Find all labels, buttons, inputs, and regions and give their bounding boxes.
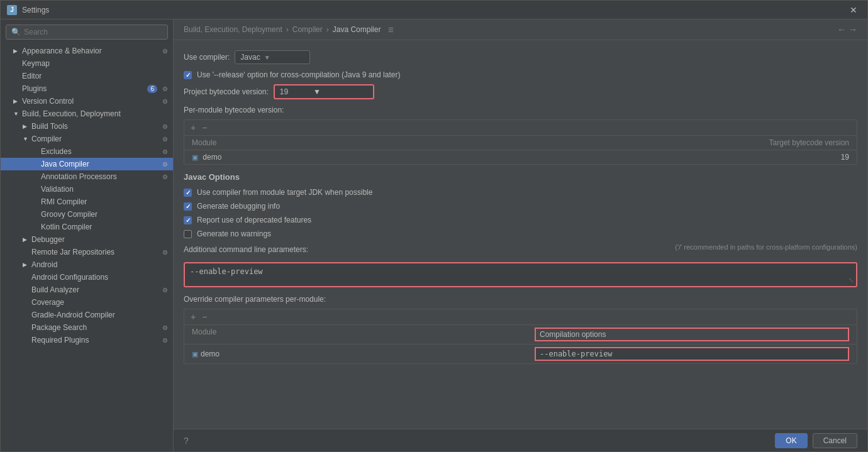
sidebar-item-appearance[interactable]: ▶ Appearance & Behavior ⚙	[1, 45, 173, 57]
sidebar-item-label: Gradle-Android Compiler	[31, 311, 115, 319]
table-toolbar: + −	[184, 120, 857, 136]
breadcrumb-sep2: ›	[326, 25, 329, 34]
settings-window: J Settings ✕ 🔍 ▶ Appearance & Behavior ⚙	[0, 0, 868, 452]
settings-icon: ⚙	[162, 85, 168, 92]
additional-params-input[interactable]: --enable-preview ⤡	[184, 262, 857, 287]
sidebar-item-build-execution[interactable]: ▼ Build, Execution, Deployment	[1, 107, 173, 120]
settings-icon: ⚙	[162, 161, 168, 168]
sidebar-item-label: Groovy Compiler	[41, 210, 97, 219]
sidebar-item-label: Version Control	[22, 97, 74, 106]
sidebar-item-excludes[interactable]: Excludes ⚙	[1, 145, 173, 158]
sidebar-item-version-control[interactable]: ▶ Version Control ⚙	[1, 95, 173, 107]
sidebar-item-label: Compiler	[31, 135, 62, 143]
settings-icon: ⚙	[162, 174, 168, 180]
close-button[interactable]: ✕	[846, 4, 861, 16]
search-input[interactable]	[24, 28, 162, 36]
breadcrumb: Build, Execution, Deployment › Compiler …	[174, 19, 867, 40]
arrow-icon: ▶	[13, 98, 19, 104]
override-row[interactable]: ▣ demo --enable-preview	[184, 345, 857, 363]
sidebar-item-label: Build, Execution, Deployment	[22, 109, 121, 118]
breadcrumb-part3: Java Compiler	[333, 25, 381, 34]
sidebar-item-groovy-compiler[interactable]: Groovy Compiler	[1, 208, 173, 221]
back-arrow-icon[interactable]: ←	[837, 25, 846, 35]
checkmark-icon: ✓	[186, 203, 191, 210]
remove-override-button[interactable]: −	[201, 312, 208, 322]
cross-platform-hint: ('/' recommended in paths for cross-plat…	[675, 243, 857, 251]
sidebar-item-label: Package Search	[31, 323, 87, 332]
main-panel: Build, Execution, Deployment › Compiler …	[174, 19, 867, 451]
settings-icon: ⚙	[162, 136, 168, 143]
settings-icon: ⚙	[162, 48, 168, 55]
sidebar-item-kotlin-compiler[interactable]: Kotlin Compiler	[1, 221, 173, 233]
javac-options-title: Javac Options	[184, 172, 857, 182]
sidebar-item-remote-jar[interactable]: Remote Jar Repositories ⚙	[1, 246, 173, 258]
sidebar-item-label: Annotation Processors	[41, 172, 117, 181]
sidebar-item-android-configurations[interactable]: Android Configurations	[1, 271, 173, 284]
deprecated-row: ✓ Report use of deprecated features	[184, 216, 857, 224]
remove-module-button[interactable]: −	[201, 123, 208, 133]
add-override-button[interactable]: +	[189, 312, 197, 322]
additional-params-label: Additional command line parameters:	[184, 245, 308, 254]
sidebar-item-build-analyzer[interactable]: Build Analyzer ⚙	[1, 284, 173, 296]
sidebar-item-label: Validation	[41, 185, 74, 194]
sidebar-item-label: Keymap	[22, 59, 50, 68]
override-label: Override compiler parameters per-module:	[184, 295, 857, 304]
sidebar: 🔍 ▶ Appearance & Behavior ⚙ Keymap	[1, 19, 174, 451]
compiler-value: Javac	[240, 53, 260, 62]
window-title: Settings	[22, 6, 846, 14]
settings-icon: ⚙	[162, 148, 168, 155]
use-module-jdk-checkbox[interactable]: ✓	[184, 189, 192, 197]
add-module-button[interactable]: +	[189, 123, 197, 133]
forward-arrow-icon[interactable]: →	[849, 25, 857, 35]
breadcrumb-part2: Compiler	[292, 25, 323, 34]
no-warnings-checkbox[interactable]	[184, 230, 192, 238]
table-row[interactable]: ▣ demo 19	[184, 150, 857, 164]
settings-icon: ⚙	[162, 324, 168, 331]
arrow-icon: ▼	[13, 111, 19, 117]
bytecode-version-select[interactable]: 19 ▼	[274, 84, 374, 99]
sidebar-item-keymap[interactable]: Keymap	[1, 57, 173, 70]
sidebar-item-package-search[interactable]: Package Search ⚙	[1, 321, 173, 334]
release-option-checkbox[interactable]: ✓	[184, 71, 192, 79]
checkmark-icon: ✓	[186, 217, 191, 224]
sidebar-item-label: Android	[31, 260, 57, 269]
module-version: 19	[841, 153, 849, 162]
sidebar-item-editor[interactable]: Editor	[1, 70, 173, 82]
col-module-header: Module	[192, 138, 216, 147]
use-compiler-label: Use compiler:	[184, 53, 230, 62]
dropdown-arrow-icon: ▼	[264, 54, 270, 61]
sidebar-item-compiler[interactable]: ▼ Compiler ⚙	[1, 133, 173, 145]
search-icon: 🔍	[11, 28, 21, 36]
module-icon: ▣	[192, 350, 198, 358]
sidebar-item-build-tools[interactable]: ▶ Build Tools ⚙	[1, 120, 173, 133]
sidebar-item-annotation-processors[interactable]: Annotation Processors ⚙	[1, 170, 173, 183]
title-bar: J Settings ✕	[1, 1, 867, 19]
override-table: + − Module Compilation options ▣ demo --…	[184, 309, 857, 364]
resize-icon: ⤡	[849, 277, 854, 284]
help-icon[interactable]: ?	[184, 436, 189, 446]
sidebar-item-gradle-android[interactable]: Gradle-Android Compiler	[1, 309, 173, 321]
sidebar-item-validation[interactable]: Validation	[1, 183, 173, 196]
compiler-select[interactable]: Javac ▼	[235, 50, 310, 64]
sidebar-item-java-compiler[interactable]: Java Compiler ⚙	[1, 158, 173, 170]
sidebar-item-plugins[interactable]: Plugins 6 ⚙	[1, 82, 173, 95]
sidebar-item-debugger[interactable]: ▶ Debugger	[1, 233, 173, 246]
debug-info-checkbox[interactable]: ✓	[184, 202, 192, 211]
sidebar-item-rmi-compiler[interactable]: RMI Compiler	[1, 196, 173, 208]
nav-tree: ▶ Appearance & Behavior ⚙ Keymap Editor	[1, 45, 173, 451]
sidebar-item-label: Appearance & Behavior	[22, 47, 102, 55]
sidebar-item-coverage[interactable]: Coverage	[1, 296, 173, 309]
sidebar-item-required-plugins[interactable]: Required Plugins ⚙	[1, 334, 173, 346]
sidebar-item-android[interactable]: ▶ Android	[1, 258, 173, 271]
sidebar-item-label: Build Tools	[31, 122, 68, 131]
settings-icon: ⚙	[162, 249, 168, 256]
module-name: ▣ demo	[192, 153, 221, 162]
breadcrumb-menu-icon[interactable]: ☰	[388, 26, 394, 33]
cancel-button[interactable]: Cancel	[813, 433, 857, 448]
nav-arrows: ← →	[837, 25, 857, 35]
search-box[interactable]: 🔍	[6, 25, 168, 40]
bottom-bar: ? OK Cancel	[174, 429, 867, 451]
ok-button[interactable]: OK	[775, 433, 807, 448]
sidebar-item-label: Required Plugins	[31, 336, 89, 345]
deprecated-checkbox[interactable]: ✓	[184, 216, 192, 224]
